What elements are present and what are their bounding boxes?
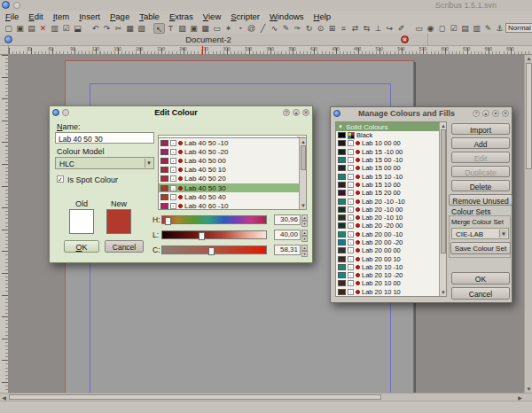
- insert-text-frame-icon[interactable]: T: [165, 23, 176, 34]
- pdf-checkbox-icon[interactable]: ☑: [448, 23, 459, 34]
- colour-tree-item[interactable]: ▫Lab 15 00 -10: [336, 156, 446, 164]
- colour-list-item[interactable]: ▫Lab 40 50 20: [159, 175, 306, 183]
- menu-scripter[interactable]: Scripter: [231, 12, 260, 21]
- help-button[interactable]: ?: [283, 109, 290, 116]
- colour-list-item[interactable]: ▫Lab 40 50 -10: [159, 138, 306, 147]
- import-button[interactable]: Import: [451, 123, 510, 135]
- insert-arc-icon[interactable]: ◔: [234, 23, 246, 34]
- spin-up-icon[interactable]: ▲: [301, 214, 308, 221]
- shade-button[interactable]: ▴: [293, 109, 300, 116]
- h-slider[interactable]: [161, 215, 267, 224]
- scroll-down-icon[interactable]: ▼: [300, 202, 307, 209]
- dialog-menu-button[interactable]: [62, 109, 69, 116]
- save-colour-set-button[interactable]: Save Colour Set: [450, 242, 511, 254]
- is-spot-colour-checkbox[interactable]: ✓: [57, 175, 64, 183]
- spin-down-icon[interactable]: ▼: [301, 236, 308, 242]
- colour-set-select[interactable]: CIE-LAB▼: [451, 228, 509, 239]
- insert-shape-icon[interactable]: ▭: [211, 23, 223, 34]
- colour-tree-item[interactable]: ▫Lab 20 00 -10: [336, 230, 446, 238]
- link-text-frames-icon[interactable]: ⇄: [349, 23, 361, 34]
- scroll-up-icon[interactable]: ▲: [525, 55, 532, 62]
- remove-unused-button[interactable]: Remove Unused: [449, 194, 512, 206]
- new-document-icon[interactable]: ▢: [3, 23, 14, 34]
- redo-icon[interactable]: ↷: [101, 23, 113, 34]
- preflight-verifier-icon[interactable]: ☑: [60, 23, 72, 34]
- spin-up-icon[interactable]: ▲: [301, 230, 308, 236]
- colour-tree-item[interactable]: ▫Lab 20 -20 00: [336, 222, 446, 230]
- spin-down-icon[interactable]: ▼: [301, 251, 308, 257]
- pdf-text-annotation-icon[interactable]: ✎: [482, 23, 494, 34]
- scroll-up-icon[interactable]: ▲: [440, 122, 447, 129]
- c-spinner[interactable]: ▲▼: [301, 245, 308, 254]
- close-button[interactable]: ✕: [502, 110, 509, 117]
- add-button[interactable]: Add: [451, 137, 510, 149]
- list-scrollbar[interactable]: ▲ ▼: [299, 138, 306, 209]
- pdf-list-box-icon[interactable]: ▥: [471, 23, 482, 34]
- select-item-icon[interactable]: ↖: [153, 23, 165, 34]
- solid-colours-list[interactable]: Black▫Lab 10 00 00▫Lab 15 -10 00▫Lab 15 …: [336, 131, 446, 296]
- colour-tree-item[interactable]: ▫Lab 20 -10 00: [336, 206, 446, 214]
- document-tab-title[interactable]: Document-2: [0, 35, 417, 44]
- story-editor-icon[interactable]: ≡: [338, 23, 349, 34]
- menu-windows[interactable]: Windows: [270, 12, 304, 21]
- ok-button[interactable]: OK: [64, 240, 99, 253]
- vertical-ruler[interactable]: [0, 55, 9, 393]
- name-input[interactable]: Lab 40 50 30: [55, 132, 154, 144]
- vertical-scrollbar[interactable]: ▲ ▼: [524, 55, 532, 393]
- tree-scroll-thumb[interactable]: [441, 129, 446, 253]
- window-menu-button[interactable]: [13, 2, 20, 9]
- colour-tree-item[interactable]: Black: [336, 131, 446, 139]
- colour-list[interactable]: ▫Lab 40 50 -10▫Lab 40 50 -20▫Lab 40 50 0…: [158, 137, 307, 210]
- style-dropdown[interactable]: Normal: [505, 23, 532, 33]
- colour-tree[interactable]: ▼ Solid Colours Black▫Lab 10 00 00▫Lab 1…: [335, 121, 447, 297]
- spin-up-icon[interactable]: ▲: [301, 245, 308, 251]
- vertical-scroll-thumb[interactable]: [526, 63, 532, 169]
- insert-render-frame-icon[interactable]: ▣: [188, 23, 200, 34]
- document-close-icon[interactable]: ✕: [401, 35, 409, 43]
- print-document-icon[interactable]: ▥: [49, 23, 60, 34]
- colour-tree-item[interactable]: ▫Lab 20 00 10: [336, 254, 446, 262]
- edit-colour-titlebar[interactable]: Edit Colour ? ▴ ✕: [50, 106, 312, 119]
- insert-freehand-line-icon[interactable]: ✎: [280, 23, 292, 34]
- paste-icon[interactable]: ▧: [136, 23, 147, 34]
- insert-polygon-icon[interactable]: ✶: [223, 23, 234, 34]
- cancel-button[interactable]: Cancel: [105, 240, 144, 253]
- cancel-button[interactable]: Cancel: [451, 287, 510, 300]
- menu-insert[interactable]: Insert: [79, 12, 100, 21]
- ok-button[interactable]: OK: [451, 272, 510, 284]
- pdf-link-annotation-icon[interactable]: ⚓: [494, 23, 505, 34]
- colour-tree-item[interactable]: ▫Lab 20 00 -20: [336, 238, 446, 246]
- pdf-combo-box-icon[interactable]: ▤: [459, 23, 471, 34]
- unlink-text-frames-icon[interactable]: ⇆: [361, 23, 372, 34]
- pdf-push-button-icon[interactable]: ▭: [413, 23, 425, 34]
- eye-dropper-icon[interactable]: ✐: [395, 23, 407, 34]
- colour-list-item[interactable]: ▫Lab 40 50 30: [159, 183, 306, 192]
- colour-tree-item[interactable]: ▫Lab 15 10 00: [336, 181, 446, 189]
- tree-scrollbar[interactable]: ▲ ▼: [439, 122, 446, 296]
- scroll-up-icon[interactable]: ▲: [300, 138, 307, 145]
- colour-tree-item[interactable]: ▫Lab 20 10 10: [336, 288, 446, 296]
- insert-image-frame-icon[interactable]: ▨: [176, 23, 188, 34]
- insert-line-icon[interactable]: ╱: [257, 23, 269, 34]
- edit-contents-icon[interactable]: ⊞: [326, 23, 338, 34]
- colour-list-item[interactable]: ▫Lab 40 50 -20: [159, 147, 306, 156]
- menu-item[interactable]: Item: [53, 12, 69, 21]
- colour-tree-item[interactable]: ▫Lab 20 10 -20: [336, 271, 446, 279]
- colour-tree-item[interactable]: ▫Lab 20 00 00: [336, 246, 446, 254]
- colour-tree-item[interactable]: ▫Lab 20 -10 10: [336, 214, 446, 222]
- horizontal-ruler[interactable]: 3060901201501802102402703003303603904204…: [9, 46, 532, 55]
- scroll-down-icon[interactable]: ▼: [440, 289, 447, 296]
- l-slider-handle[interactable]: [199, 232, 205, 240]
- cut-icon[interactable]: ✂: [113, 23, 124, 34]
- colour-model-select[interactable]: HLC▼: [55, 157, 154, 169]
- rotate-item-icon[interactable]: ↻: [303, 23, 315, 34]
- save-as-pdf-icon[interactable]: ⬓: [72, 23, 83, 34]
- save-document-icon[interactable]: ▤: [26, 23, 37, 34]
- list-scroll-thumb[interactable]: [301, 145, 306, 170]
- pdf-text-field-icon[interactable]: ◻: [436, 23, 448, 34]
- colour-tree-item[interactable]: ▫Lab 15 10 -10: [336, 172, 446, 180]
- help-button[interactable]: ?: [473, 110, 480, 117]
- c-slider-handle[interactable]: [208, 247, 215, 255]
- colour-tree-item[interactable]: ▫Lab 20 -10 -10: [336, 197, 446, 205]
- undo-icon[interactable]: ↶: [90, 23, 101, 34]
